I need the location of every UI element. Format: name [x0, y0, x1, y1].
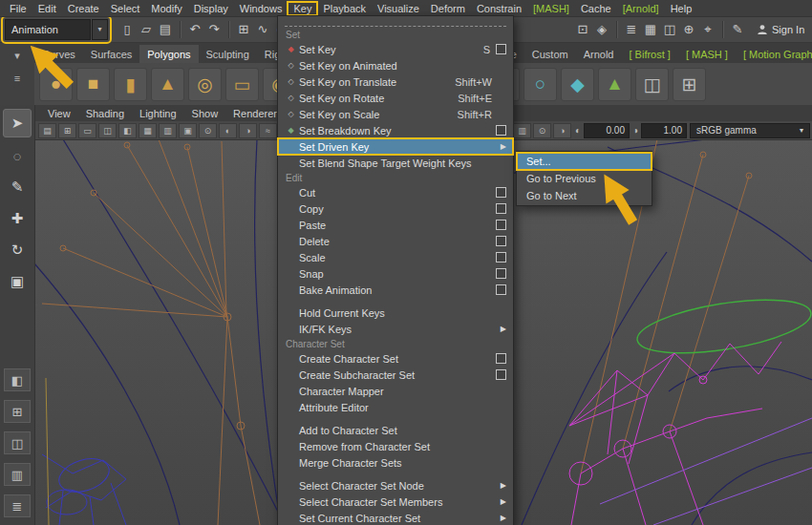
menuset-dropdown-icon[interactable]: ▾ — [92, 19, 108, 40]
menubar-item-visualize[interactable]: Visualize — [372, 2, 425, 15]
menu-item-set-current-character-set[interactable]: Set Current Character Set▶ — [278, 510, 513, 525]
menubar-item-select[interactable]: Select — [105, 2, 146, 15]
menu-item-snap[interactable]: Snap — [278, 265, 513, 282]
panel-menu-show[interactable]: Show — [184, 108, 226, 119]
snap-curve-icon[interactable]: ∿ — [253, 20, 272, 39]
panel-menu-lighting[interactable]: Lighting — [132, 108, 184, 119]
film-gate-icon[interactable]: ▭ — [78, 123, 96, 138]
shelf-tab-polygons[interactable]: Polygons — [139, 45, 198, 63]
panel-menu-shading[interactable]: Shading — [78, 108, 132, 119]
poly-torus-icon[interactable]: ◎ — [188, 68, 222, 101]
gamma-field[interactable]: 1.00 — [641, 123, 687, 138]
panel-menu-renderer[interactable]: Renderer — [225, 108, 285, 119]
file-save-icon[interactable]: ▤ — [156, 20, 175, 39]
option-box[interactable] — [496, 236, 506, 246]
menu-item-attribute-editor[interactable]: Attribute Editor — [278, 399, 513, 415]
menuset-selector[interactable]: Animation ▾ — [5, 19, 108, 40]
paint-effects-icon[interactable]: ✎ — [728, 20, 747, 39]
shelf-tab-bifrost[interactable]: [ Bifrost ] — [621, 45, 677, 63]
mirror-icon[interactable]: ◫ — [635, 68, 669, 101]
menu-item-scale[interactable]: Scale — [278, 249, 513, 265]
lasso-select-tool[interactable]: ◌ — [4, 142, 31, 169]
shadows-icon[interactable]: ◐ — [219, 123, 237, 138]
undo-icon[interactable]: ↶ — [185, 20, 204, 39]
poly-superellipse-icon[interactable]: ◆ — [561, 68, 594, 101]
shelf-tab-mash[interactable]: [ MASH ] — [678, 45, 736, 63]
lighting-mode-icon[interactable]: ⊙ — [533, 123, 551, 138]
menubar-item-create[interactable]: Create — [62, 2, 105, 15]
scale-tool[interactable]: ▣ — [4, 268, 31, 295]
shelf-menu-icon[interactable]: ≡ — [9, 71, 26, 86]
option-box[interactable] — [496, 268, 506, 279]
file-new-icon[interactable]: ▯ — [118, 20, 137, 39]
shelf-tab-arnold[interactable]: Arnold — [576, 45, 622, 63]
snap-grid-icon[interactable]: ⊞ — [234, 20, 253, 39]
move-tool[interactable]: ✚ — [4, 205, 31, 232]
menu-item-copy[interactable]: Copy — [278, 200, 513, 217]
option-box[interactable] — [496, 187, 506, 198]
layout-single-pane[interactable]: ◧ — [4, 368, 31, 391]
menu-item-merge-character-sets[interactable]: Merge Character Sets — [278, 454, 513, 471]
gate-mask-icon[interactable]: ◧ — [118, 123, 137, 138]
menu-item-hold-current-keys[interactable]: Hold Current Keys — [278, 304, 513, 321]
redo-icon[interactable]: ↷ — [204, 20, 224, 39]
menubar-item-deform[interactable]: Deform — [425, 2, 471, 15]
submenu-item-go-to-previous[interactable]: Go to Previous — [517, 170, 652, 187]
option-box[interactable] — [496, 203, 506, 214]
menu-item-select-character-set-members[interactable]: Select Character Set Members▶ — [278, 494, 513, 510]
ambient-occlusion-icon[interactable]: ◑ — [239, 123, 257, 138]
menu-item-set-blend-shape-target-weight-keys[interactable]: Set Blend Shape Target Weight Keys — [278, 155, 513, 171]
menubar-item-cache[interactable]: Cache — [575, 2, 617, 15]
option-box[interactable] — [496, 284, 506, 295]
menubar-item-edit[interactable]: Edit — [32, 2, 62, 15]
menu-item-bake-animation[interactable]: Bake Animation — [278, 282, 513, 298]
menu-item-set-key-on-scale[interactable]: ◇Set Key on ScaleShift+R — [278, 106, 513, 122]
menubar-item-display[interactable]: Display — [188, 2, 234, 15]
menu-item-set-key-on-translate[interactable]: ◇Set Key on TranslateShift+W — [278, 74, 513, 90]
gamma-icon[interactable]: ◑ — [632, 125, 638, 136]
menubar-item-constrain[interactable]: Constrain — [471, 2, 527, 15]
menuset-value[interactable]: Animation — [5, 19, 91, 40]
make-live-icon[interactable]: ◈ — [592, 20, 611, 39]
layout-persp-graph[interactable]: ▥ — [4, 463, 31, 486]
sign-in-button[interactable]: Sign In — [747, 24, 812, 35]
menu-item-set-key-on-animated[interactable]: ◇Set Key on Animated — [278, 57, 513, 74]
menubar-item-key[interactable]: Key — [288, 2, 317, 15]
textured-mode-icon[interactable]: ▥ — [513, 123, 531, 138]
menubar-item-arnold[interactable]: [Arnold] — [617, 2, 665, 15]
xray-mode-icon[interactable]: ◑ — [553, 123, 571, 138]
menubar-item-playback[interactable]: Playback — [317, 2, 372, 15]
option-box[interactable] — [496, 220, 506, 230]
menu-item-set-driven-key[interactable]: Set Driven Key▶ — [278, 138, 513, 155]
option-box[interactable] — [496, 353, 506, 364]
render-settings-icon[interactable]: ⌖ — [698, 20, 717, 39]
menu-item-create-subcharacter-set[interactable]: Create Subcharacter Set — [278, 367, 513, 383]
menu-item-remove-from-character-set[interactable]: Remove from Character Set — [278, 438, 513, 454]
shelf-tab-custom[interactable]: Custom — [524, 45, 576, 63]
shelf-tab-switcher-icon[interactable]: ▾ — [9, 48, 26, 63]
fill-light-icon[interactable]: ⊙ — [199, 123, 217, 138]
menu-item-set-breakdown-key[interactable]: ◆Set Breakdown Key — [278, 122, 513, 138]
exposure-icon[interactable]: ◐ — [575, 125, 581, 136]
panel-menu-view[interactable]: View — [40, 108, 78, 119]
poly-plane-icon[interactable]: ▭ — [225, 68, 259, 101]
shelf-tab-surfaces[interactable]: Surfaces — [83, 45, 139, 63]
menu-item-character-mapper[interactable]: Character Mapper — [278, 383, 513, 399]
menu-item-delete[interactable]: Delete — [278, 233, 513, 249]
menu-item-set-key-on-rotate[interactable]: ◇Set Key on RotateShift+E — [278, 90, 513, 106]
layout-persp-outliner[interactable]: ◫ — [4, 431, 31, 454]
open-render-view-icon[interactable]: ▦ — [641, 20, 660, 39]
menu-tearoff-handle[interactable] — [285, 18, 506, 27]
file-open-icon[interactable]: ▱ — [137, 20, 156, 39]
snap-view-plane-icon[interactable]: ⊡ — [573, 20, 592, 39]
antialiasing-icon[interactable]: ≈ — [259, 123, 277, 138]
paint-select-tool[interactable]: ✎ — [4, 174, 31, 200]
shelf-tab-sculpting[interactable]: Sculpting — [199, 45, 257, 63]
menu-item-set-key[interactable]: ◆Set KeyS — [278, 41, 513, 57]
safe-title-icon[interactable]: ▣ — [179, 123, 197, 138]
menu-item-cut[interactable]: Cut — [278, 184, 513, 200]
resolution-gate-icon[interactable]: ◫ — [98, 123, 117, 138]
poly-soccer-icon[interactable]: ○ — [524, 68, 557, 101]
menubar-item-help[interactable]: Help — [665, 2, 698, 15]
grid-toggle-icon[interactable]: ⊞ — [58, 123, 76, 138]
